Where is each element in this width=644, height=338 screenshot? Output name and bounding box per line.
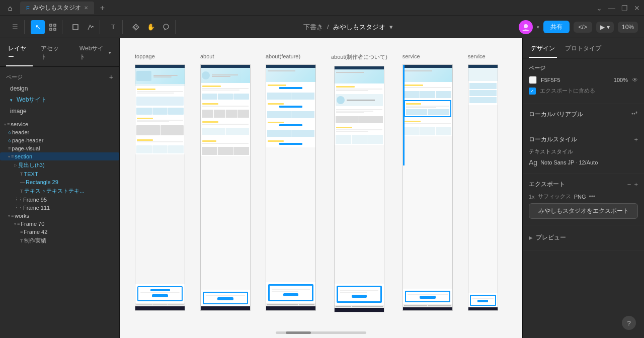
minimize-button[interactable]: —: [608, 4, 615, 12]
layer-header[interactable]: ◇ header: [0, 128, 119, 136]
export-include-label: エクスポートに含める: [540, 87, 638, 95]
layer-frame95[interactable]: ⋮⋮ Frame 95: [0, 196, 119, 204]
play-icon: ▶: [600, 24, 605, 31]
home-icon[interactable]: ⌂: [4, 2, 16, 14]
tab-prototype[interactable]: プロトタイプ: [563, 42, 603, 58]
user-avatar[interactable]: [519, 20, 533, 34]
left-panel-content: ページ + design ▾ Webサイト image ▾ ≡ service: [0, 67, 119, 338]
header-diamond-icon: ◇: [8, 130, 11, 135]
service-icon: ≡: [7, 122, 10, 127]
tab-assets[interactable]: アセット: [39, 42, 65, 66]
layer-text-long[interactable]: T テキストテキストテキスト…: [0, 186, 119, 196]
page-item-image[interactable]: image: [2, 106, 117, 116]
page-header-diamond-icon: ◇: [8, 138, 11, 143]
frame-service-content[interactable]: [403, 64, 453, 311]
pen-tool-button[interactable]: [84, 20, 98, 34]
frame-service2-content[interactable]: [468, 64, 498, 311]
export-row-header: エクスポート − +: [529, 180, 638, 189]
tab-close-icon[interactable]: ✕: [84, 5, 88, 11]
layer-works[interactable]: ▾ ≡ works: [0, 212, 119, 220]
component-tool-button[interactable]: [129, 20, 143, 34]
export-dots-icon[interactable]: •••: [589, 193, 595, 200]
tab-design[interactable]: デザイン: [529, 42, 557, 58]
local-styles-add-icon[interactable]: +: [634, 136, 638, 143]
works-chevron: ▾: [8, 214, 10, 218]
page-item-webex[interactable]: ▾ Webサイト: [2, 94, 117, 106]
page-eye-icon[interactable]: 👁: [632, 76, 638, 83]
page-color-swatch[interactable]: [529, 76, 537, 84]
select-tool-button[interactable]: ↖: [31, 20, 45, 34]
midashi-label: 見出し(h3): [18, 161, 45, 169]
layer-page-visual[interactable]: ≡ page-visual: [0, 144, 119, 152]
svg-rect-2: [50, 28, 52, 30]
rect-tool-button[interactable]: [68, 20, 83, 34]
share-button[interactable]: 共有: [543, 21, 570, 33]
toolbar: ☰ ↖ T ✋ 下書き / みやしもスタジオ ▾ ▾: [0, 16, 644, 38]
layer-service[interactable]: ▾ ≡ service: [0, 120, 119, 128]
page-section-title: ページ: [529, 64, 638, 72]
frame-toppage-content[interactable]: [135, 64, 185, 311]
canvas-scrollbar[interactable]: [276, 331, 366, 334]
works-icon: ≡: [11, 213, 14, 218]
canvas-area[interactable]: toppage: [120, 38, 522, 338]
breadcrumb-project[interactable]: みやしもスタジオ: [333, 23, 385, 32]
preview-section: ▶ プレビュー: [523, 225, 644, 250]
breadcrumb-draft: 下書き: [303, 23, 323, 32]
tab-layers[interactable]: レイヤー: [6, 42, 33, 66]
export-format[interactable]: PNG: [574, 194, 586, 200]
tab-webex[interactable]: Webサイト ▾: [77, 42, 113, 66]
breadcrumb-dropdown-icon[interactable]: ▾: [389, 23, 393, 31]
pages-add-button[interactable]: +: [109, 73, 113, 81]
avatar-dropdown[interactable]: ▾: [537, 25, 539, 30]
layer-rect29[interactable]: — Rectangle 29: [0, 178, 119, 186]
page-item-design[interactable]: design: [2, 83, 117, 94]
help-badge[interactable]: ?: [622, 316, 636, 330]
local-var-icon[interactable]: [631, 110, 638, 119]
right-panel: デザイン プロトタイプ ページ F5F5F5 100% 👁 ✓ エクスポートに含…: [522, 38, 644, 338]
code-button[interactable]: </>: [574, 22, 592, 33]
frame-about-seisaku-content[interactable]: [334, 66, 384, 312]
close-window-button[interactable]: ✕: [634, 4, 640, 12]
layer-midashi[interactable]: ▷ 見出し(h3): [0, 160, 119, 170]
export-minus-icon[interactable]: −: [627, 181, 631, 188]
header-label: header: [12, 129, 29, 135]
local-styles-title: ローカルスタイル: [529, 135, 577, 144]
play-button[interactable]: ▶ ▾: [596, 22, 614, 33]
preview-collapse-icon: ▶: [529, 235, 533, 240]
layer-page-header[interactable]: ◇ page-header: [0, 136, 119, 144]
maximize-button[interactable]: ❐: [621, 4, 628, 12]
layer-text[interactable]: T TEXT: [0, 170, 119, 178]
collapse-icon[interactable]: ⌄: [596, 4, 602, 12]
local-variables-section: ローカルバリアブル: [523, 104, 644, 129]
zoom-control[interactable]: 10%: [618, 22, 638, 33]
export-include-checkbox[interactable]: ✓: [529, 88, 536, 95]
layer-frame42[interactable]: ≡ Frame 42: [0, 228, 119, 236]
hand-tool-button[interactable]: ✋: [144, 20, 158, 34]
text-item-icon: T: [20, 172, 23, 177]
export-include-row: ✓ エクスポートに含める: [529, 87, 638, 95]
frame-about-feature-content[interactable]: [266, 64, 316, 311]
seisaku-label: 制作実績: [24, 237, 46, 244]
comment-tool-button[interactable]: [159, 20, 173, 34]
add-tab-button[interactable]: +: [100, 4, 105, 13]
layer-section[interactable]: ▾ ≡ section: [0, 152, 119, 160]
frame-tool-button[interactable]: [46, 20, 60, 34]
export-controls: − +: [627, 181, 638, 188]
layer-frame70[interactable]: ▾ ≡ Frame 70: [0, 220, 119, 228]
layer-frame111[interactable]: ⋮⋮ Frame 111: [0, 204, 119, 212]
export-button[interactable]: みやしもスタジオをエクスポート: [529, 203, 638, 219]
preview-row[interactable]: ▶ プレビュー: [529, 231, 638, 244]
export-plus-icon[interactable]: +: [634, 181, 638, 188]
export-scale[interactable]: 1x: [529, 194, 535, 200]
page-color-value[interactable]: F5F5F5: [541, 77, 610, 83]
svg-rect-4: [73, 25, 78, 30]
text-tool-button[interactable]: T: [106, 20, 120, 34]
tool-menu-group: ☰: [6, 20, 25, 34]
page-opacity-value[interactable]: 100%: [614, 77, 628, 83]
frame-about-content[interactable]: [200, 64, 251, 311]
tab-favicon: F: [26, 5, 30, 11]
menu-button[interactable]: ☰: [8, 20, 22, 34]
layer-seisaku[interactable]: T 制作実績: [0, 236, 119, 245]
text-long-icon: T: [20, 189, 23, 194]
active-tab[interactable]: F みやしもスタジオ ✕: [20, 2, 94, 14]
